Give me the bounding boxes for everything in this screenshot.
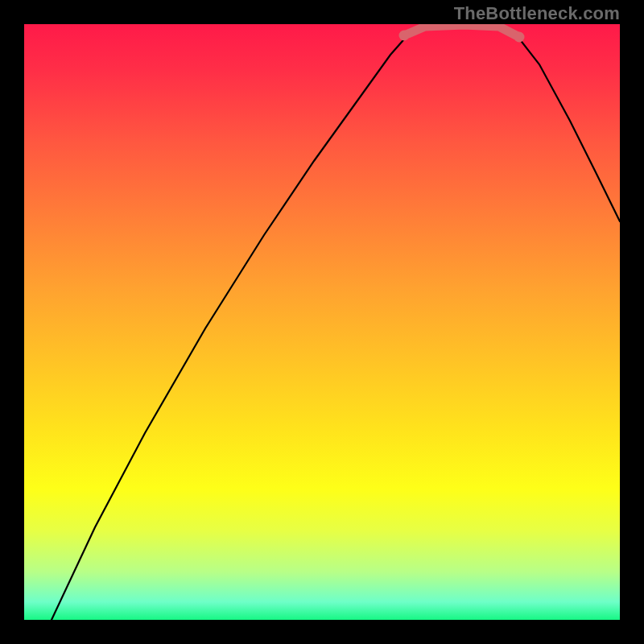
watermark-text: TheBottleneck.com xyxy=(454,3,620,24)
highlight-endpoint-right xyxy=(514,32,525,43)
flat-region-highlight xyxy=(404,25,519,37)
chart-frame: TheBottleneck.com xyxy=(0,0,644,644)
curve-line xyxy=(52,25,620,620)
highlight-endpoint-left xyxy=(399,31,410,41)
chart-curve xyxy=(24,24,620,620)
plot-area xyxy=(24,24,620,620)
